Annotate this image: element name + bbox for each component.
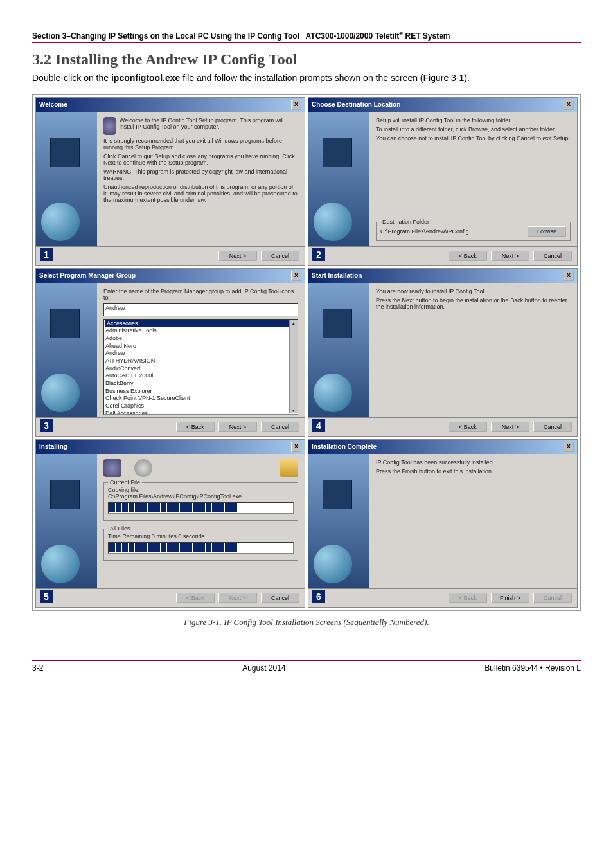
list-item[interactable]: BlackBerry (105, 380, 298, 388)
dest-line3: You can choose not to install IP Config … (376, 135, 571, 141)
pm-line1: Enter the name of the Program Manager gr… (103, 288, 298, 301)
dest-line2: To install into a different folder, clic… (376, 126, 571, 132)
intro-paragraph: Double-click on the ipconfigtool.exe fil… (32, 72, 581, 85)
back-button-disabled: < Back (449, 593, 487, 603)
step-badge-3: 3 (40, 419, 53, 432)
disk-icon (134, 459, 152, 477)
close-icon[interactable]: X (564, 271, 574, 281)
back-button[interactable]: < Back (176, 422, 215, 432)
step-badge-4: 4 (312, 419, 325, 432)
close-icon[interactable]: X (564, 100, 574, 110)
wizard-title: Choose Destination Location (312, 101, 400, 108)
figure-caption: Figure 3-1. IP Config Tool Installation … (32, 617, 581, 628)
scrollbar[interactable]: ▴▾ (289, 320, 298, 413)
section-header: Section 3–Changing IP Settings on the Lo… (32, 31, 581, 43)
destination-legend: Destination Folder (380, 219, 431, 225)
back-button[interactable]: < Back (449, 251, 487, 261)
list-item[interactable]: Corel Graphics (105, 402, 298, 410)
installer-icon (103, 459, 121, 477)
next-button-disabled: Next > (218, 593, 257, 603)
wizard-installing: Installing X Current File Copying file: … (35, 439, 305, 608)
close-icon[interactable]: X (291, 100, 301, 110)
list-item[interactable]: Andrew (105, 350, 298, 357)
start-line2: Press the Next button to begin the insta… (376, 297, 571, 310)
progress-current (108, 502, 294, 514)
list-item[interactable]: ATI HYDRAVISION (105, 357, 298, 365)
wizard-title: Start Installation (312, 272, 362, 279)
step-badge-1: 1 (40, 248, 53, 261)
list-item[interactable]: Dell Accessories (105, 410, 298, 415)
footer-right: Bulletin 639544 • Revision L (484, 664, 581, 673)
section-header-left: Section 3–Changing IP Settings on the Lo… (32, 32, 299, 41)
footer-left: 3-2 (32, 664, 43, 673)
progress-all (108, 542, 294, 554)
start-line1: You are now ready to install IP Config T… (376, 288, 571, 294)
figure-3-1: Welcome X Welcome to the IP Config Tool … (32, 94, 581, 611)
dest-line1: Setup will install IP Config Tool in the… (376, 117, 571, 123)
list-item[interactable]: Check Point VPN-1 SecureClient (105, 395, 298, 402)
complete-line1: IP Config Tool has been successfully ins… (376, 459, 571, 466)
current-file-group: Current File Copying file: C:\Program Fi… (103, 482, 298, 521)
cancel-button[interactable]: Cancel (533, 422, 572, 432)
wizard-complete: Installation Complete X IP Config Tool h… (308, 439, 578, 608)
next-button[interactable]: Next > (491, 422, 529, 432)
heading: 3.2 Installing the Andrew IP Config Tool (32, 51, 581, 68)
wizard-side-graphic (36, 454, 97, 588)
wizard-start: Start Installation X You are now ready t… (308, 268, 578, 437)
wizard-side-graphic (308, 112, 369, 246)
list-item[interactable]: Business Explorer (105, 388, 298, 395)
welcome-line2: It is strongly recommended that you exit… (103, 138, 298, 150)
list-item[interactable]: AudioConvert (105, 365, 298, 373)
welcome-line4: WARNING: This program is protected by co… (103, 168, 298, 181)
finish-button[interactable]: Finish > (491, 593, 529, 603)
wizard-side-graphic (36, 112, 97, 246)
complete-line2: Press the Finish button to exit this ins… (376, 468, 571, 475)
list-item[interactable]: Ahead Nero (105, 343, 298, 350)
welcome-line5: Unauthorized reproduction or distributio… (103, 184, 298, 203)
next-button[interactable]: Next > (218, 251, 257, 261)
welcome-line1: Welcome to the IP Config Tool Setup prog… (120, 117, 298, 135)
cancel-button[interactable]: Cancel (261, 251, 299, 261)
footer-center: August 2014 (242, 664, 285, 673)
page-footer: 3-2 August 2014 Bulletin 639544 • Revisi… (32, 660, 581, 673)
back-button[interactable]: < Back (449, 422, 487, 432)
browse-button[interactable]: Browse (528, 226, 566, 237)
list-item[interactable]: Adobe (105, 335, 298, 343)
cancel-button-disabled: Cancel (533, 593, 572, 603)
copying-label: Copying file: (108, 487, 294, 493)
wizard-side-graphic (308, 283, 369, 417)
wizard-side-graphic (308, 454, 369, 588)
destination-folder-group: Destination Folder C:\Program Files\Andr… (376, 222, 571, 241)
time-remaining: Time Remaining 0 minutes 0 seconds (108, 533, 294, 539)
wizard-title: Installing (39, 443, 67, 450)
list-item[interactable]: AutoCAD LT 2000i (105, 372, 298, 380)
welcome-line3: Click Cancel to quit Setup and close any… (103, 153, 298, 166)
destination-path: C:\Program Files\Andrew\IPConfig (380, 228, 469, 235)
close-icon[interactable]: X (291, 271, 301, 281)
all-files-group: All Files Time Remaining 0 minutes 0 sec… (103, 529, 298, 561)
close-icon[interactable]: X (291, 442, 301, 452)
cancel-button[interactable]: Cancel (261, 593, 299, 603)
next-button[interactable]: Next > (218, 422, 257, 432)
wizard-title: Installation Complete (312, 443, 377, 450)
copying-path: C:\Program Files\Andrew\IPConfig\IPConfi… (108, 493, 294, 500)
group-listbox[interactable]: ▴▾ AccessoriesAdministrative ToolsAdobeA… (103, 319, 298, 415)
wizard-side-graphic (36, 283, 97, 417)
wizard-pm-group: Select Program Manager Group X Enter the… (35, 268, 305, 437)
wizard-welcome: Welcome X Welcome to the IP Config Tool … (35, 97, 305, 266)
section-header-tail: RET System (403, 32, 450, 41)
close-icon[interactable]: X (564, 442, 574, 452)
back-button-disabled: < Back (176, 593, 215, 603)
next-button[interactable]: Next > (491, 251, 529, 261)
group-name-input[interactable]: Andrew (103, 303, 298, 316)
list-item[interactable]: Administrative Tools (105, 327, 298, 335)
wizard-title: Select Program Manager Group (39, 272, 136, 279)
cancel-button[interactable]: Cancel (261, 422, 299, 432)
installer-icon (103, 117, 116, 135)
cancel-button[interactable]: Cancel (533, 251, 572, 261)
step-badge-2: 2 (312, 248, 325, 261)
step-badge-6: 6 (312, 590, 325, 603)
section-header-right: ATC300-1000/2000 Teletilt (306, 32, 400, 41)
list-item[interactable]: Accessories (105, 320, 298, 328)
folder-icon (280, 459, 298, 477)
